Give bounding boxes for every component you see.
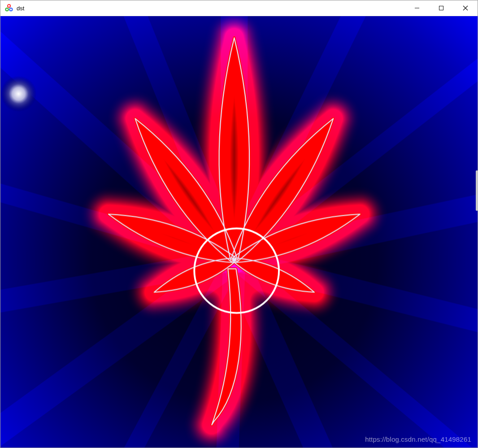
image-viewport: https://blog.csdn.net/qq_41498261 (0, 16, 478, 448)
maximize-icon (439, 5, 444, 11)
svg-point-1 (6, 8, 9, 11)
page-scrollbar[interactable] (476, 170, 478, 211)
minimize-icon (414, 5, 420, 11)
svg-point-0 (8, 4, 10, 7)
close-button[interactable] (453, 0, 478, 16)
window-title: dst (17, 5, 24, 12)
svg-rect-4 (439, 6, 443, 10)
titlebar[interactable]: dst (0, 0, 478, 16)
opencv-icon (5, 4, 13, 12)
svg-point-2 (9, 8, 12, 11)
close-icon (463, 5, 468, 11)
distance-transform-image (0, 16, 478, 448)
minimize-button[interactable] (405, 0, 429, 16)
maximize-button[interactable] (429, 0, 453, 16)
app-window: dst https://blog.csdn.net/qq_41498261 (0, 0, 478, 448)
